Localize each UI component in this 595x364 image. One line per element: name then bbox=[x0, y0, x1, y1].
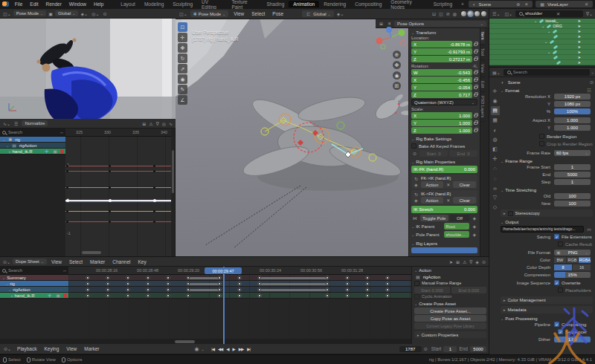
rotation-lock-badge[interactable]: 4L bbox=[473, 64, 477, 68]
search-input[interactable] bbox=[525, 11, 555, 16]
lock-icon[interactable] bbox=[474, 71, 477, 74]
timeline-menu-view[interactable]: View bbox=[62, 346, 80, 351]
playhead[interactable] bbox=[223, 267, 225, 345]
normalize-button[interactable]: Normalize bbox=[22, 120, 48, 126]
fk2ik-clear-button[interactable]: Clear bbox=[453, 181, 476, 188]
overlays-toggle-icon[interactable]: ◫ bbox=[437, 11, 445, 16]
outliner-row[interactable]: ➤ bbox=[489, 34, 595, 39]
remove-viewlayer-icon[interactable]: ✕ bbox=[583, 1, 590, 7]
outliner-row[interactable]: ⌄tweak_➤ bbox=[489, 19, 595, 24]
editor-type-icon[interactable]: ◫⌄ bbox=[178, 11, 189, 16]
rig-main-panel-header[interactable]: ⌄Rig Main Properties bbox=[411, 160, 477, 164]
snap-magnet-icon[interactable]: ◈⌄ bbox=[335, 11, 346, 16]
graph-search[interactable]: Search ↔ bbox=[0, 129, 65, 137]
timeline-menu-playback[interactable]: Playback bbox=[13, 346, 40, 351]
stereoscopy-checkbox[interactable] bbox=[508, 211, 513, 216]
ik-stretch-slider[interactable]: IK Stretch0.000 bbox=[411, 206, 477, 213]
select-box-tool[interactable]: ⊡ bbox=[178, 22, 187, 32]
action-panel-header[interactable]: ⌄Action bbox=[414, 268, 486, 273]
lock-icon[interactable] bbox=[474, 79, 477, 82]
mirror-x-icon[interactable]: ⊞ bbox=[378, 21, 385, 26]
keyframe-dot[interactable] bbox=[66, 165, 68, 167]
row-hide-toggle-icon[interactable]: ➤ bbox=[578, 50, 581, 54]
chevron-down-icon[interactable]: ⌄ bbox=[547, 29, 550, 33]
selected-only-icon[interactable]: ➤ bbox=[448, 259, 454, 264]
viewport-menu-select[interactable]: Select bbox=[248, 11, 268, 16]
color-management-panel-header[interactable]: ▸Color Management bbox=[501, 296, 593, 304]
presets-icon[interactable]: ☷ bbox=[586, 88, 593, 93]
row-hide-toggle-icon[interactable]: ➤ bbox=[578, 45, 581, 49]
dopesheet-menu-select[interactable]: Select bbox=[65, 259, 86, 264]
expand-icon[interactable]: ↔ bbox=[58, 130, 65, 134]
editor-type-icon[interactable]: ⊙⌄ bbox=[2, 346, 13, 351]
dope-sheet-mode-dropdown[interactable]: Dope Sheet⌄ bbox=[13, 259, 47, 264]
material-shading-icon[interactable] bbox=[475, 11, 480, 16]
editor-type-icon[interactable]: ⊙⌄ bbox=[1, 259, 12, 264]
held-keyframe-bar[interactable] bbox=[260, 277, 327, 279]
workspace-tab-compositing[interactable]: Compositing bbox=[350, 1, 386, 7]
chevron-down-icon[interactable]: ⌄ bbox=[6, 143, 9, 148]
location-y-field[interactable]: Y-0.91793 m bbox=[411, 48, 472, 55]
compression-slider[interactable]: 15% bbox=[554, 272, 591, 278]
keyframe-dot[interactable] bbox=[109, 186, 111, 189]
display-mode-icon[interactable]: ☰⌄ bbox=[491, 11, 501, 16]
held-keyframe-bar[interactable] bbox=[260, 289, 327, 291]
filter-collection-icon[interactable]: ◫⌄ bbox=[503, 11, 514, 16]
object-data-properties-tab[interactable]: ▽ bbox=[491, 193, 500, 202]
measure-tool[interactable]: ∠ bbox=[178, 95, 187, 105]
mute-toggle[interactable] bbox=[63, 293, 67, 297]
mode-selector[interactable]: Pose Mode⌄ bbox=[13, 10, 47, 16]
x-axis-icon[interactable]: ✕ bbox=[386, 21, 393, 26]
snap-magnet-icon[interactable]: ◈⌄ bbox=[79, 11, 89, 16]
rotation-w-field[interactable]: W-0.543 bbox=[411, 69, 472, 76]
clear-x-icon[interactable]: ✕ bbox=[445, 182, 451, 187]
chevron-right-icon[interactable]: ▸ bbox=[9, 149, 11, 154]
keyframe-dot[interactable] bbox=[109, 170, 111, 172]
custom-properties-panel-header[interactable]: ▸Custom Properties bbox=[414, 331, 486, 338]
held-keyframe-bar[interactable] bbox=[188, 289, 219, 291]
graph-plot[interactable]: 10-1 bbox=[65, 137, 171, 256]
bake-end-field[interactable]: End0 bbox=[449, 150, 477, 157]
filter-funnel-icon[interactable]: ∇ bbox=[468, 259, 474, 264]
lock-icon[interactable] bbox=[474, 58, 477, 61]
scale-x-field[interactable]: X1.000 bbox=[411, 112, 472, 119]
row-hide-toggle-icon[interactable]: ➤ bbox=[578, 60, 581, 65]
keyframe-dot[interactable] bbox=[109, 221, 111, 223]
frame-range-field-frame-start[interactable]: 1 bbox=[554, 164, 591, 170]
properties-search[interactable]: Search bbox=[504, 69, 590, 76]
filter-funnel-icon[interactable]: ∇ bbox=[155, 121, 161, 126]
curve-olive[interactable] bbox=[65, 211, 171, 212]
jump-to-end-button[interactable]: ▶| bbox=[245, 347, 252, 351]
dope-sheet-keys[interactable] bbox=[68, 275, 411, 339]
chevron-down-icon[interactable]: ⌄ bbox=[547, 50, 550, 54]
play-button[interactable]: ▶ bbox=[231, 347, 237, 351]
dopesheet-menu-key[interactable]: Key bbox=[134, 259, 149, 264]
menu-file[interactable]: File bbox=[11, 1, 26, 7]
rotation-z-field[interactable]: Z0.717 bbox=[411, 91, 472, 98]
lock-icon[interactable] bbox=[474, 122, 477, 125]
outliner-search[interactable]: ✕ bbox=[515, 10, 583, 17]
lock-icon[interactable] bbox=[474, 129, 477, 132]
workspace-tab-sculpting[interactable]: Sculpting bbox=[168, 1, 197, 7]
color-mode-bw[interactable]: BW bbox=[554, 257, 566, 263]
mute-toggle[interactable] bbox=[60, 149, 64, 153]
modifier-icon[interactable]: ✛ bbox=[46, 293, 53, 298]
keyframe-dot[interactable] bbox=[153, 221, 155, 223]
output-properties-tab[interactable]: ▤ bbox=[491, 106, 500, 115]
create-pose-asset-button[interactable]: Create Pose Asset... bbox=[414, 308, 486, 314]
chevron-down-icon[interactable]: ⌄ bbox=[411, 233, 414, 237]
outliner-row[interactable]: ⌄➤ bbox=[489, 50, 595, 55]
dopesheet-menu-view[interactable]: View bbox=[48, 259, 65, 264]
scene-properties-tab[interactable]: ◐ bbox=[491, 126, 500, 134]
editor-type-icon[interactable]: ∿⌄ bbox=[1, 121, 12, 126]
lock-icon[interactable] bbox=[474, 114, 477, 117]
color-depth-16[interactable]: 16 bbox=[573, 264, 591, 270]
shading-dropdown-icon[interactable]: ◍ bbox=[451, 11, 458, 16]
keyframe-dot[interactable] bbox=[153, 186, 155, 189]
rotation-y-field[interactable]: Y-0.054 bbox=[411, 84, 472, 91]
view-layer-properties-tab[interactable]: ▦ bbox=[491, 116, 500, 125]
auto-keying-icon[interactable]: ◉ bbox=[193, 346, 200, 352]
mode-selector[interactable]: ✻Pose Mode⌄ bbox=[190, 10, 229, 17]
menu-window[interactable]: Window bbox=[65, 1, 90, 7]
workspace-tab--[interactable]: + bbox=[457, 1, 469, 7]
